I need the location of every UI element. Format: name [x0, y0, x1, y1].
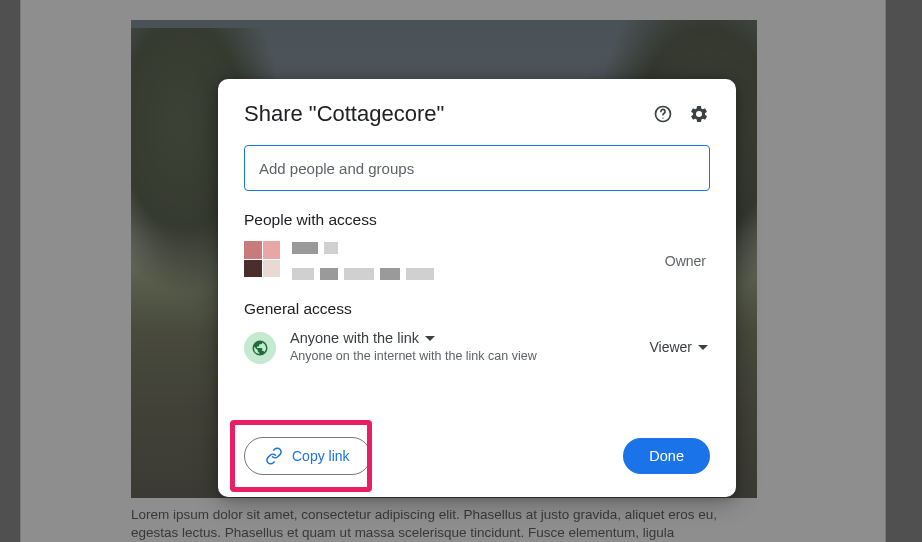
- access-type-label: Anyone with the link: [290, 330, 419, 346]
- owner-row: Owner: [244, 241, 710, 280]
- done-button[interactable]: Done: [623, 438, 710, 474]
- dialog-header: Share "Cottagecore": [244, 101, 710, 127]
- role-dropdown[interactable]: Viewer: [649, 339, 710, 355]
- add-people-input[interactable]: [244, 145, 710, 191]
- access-description: Anyone on the internet with the link can…: [290, 349, 537, 363]
- dialog-footer: Copy link Done: [244, 437, 710, 475]
- chevron-down-icon: [698, 345, 708, 350]
- globe-icon: [244, 332, 276, 364]
- people-with-access-heading: People with access: [244, 211, 710, 229]
- chevron-down-icon: [425, 336, 435, 341]
- general-access-row: Anyone with the link Anyone on the inter…: [244, 330, 710, 364]
- help-icon[interactable]: [652, 103, 674, 125]
- svg-point-1: [662, 118, 663, 119]
- dialog-title: Share "Cottagecore": [244, 101, 444, 127]
- general-access-heading: General access: [244, 300, 710, 318]
- copy-link-button[interactable]: Copy link: [244, 437, 371, 475]
- copy-link-label: Copy link: [292, 448, 350, 464]
- avatar: [244, 241, 280, 277]
- role-label: Viewer: [649, 339, 692, 355]
- link-icon: [265, 447, 283, 465]
- gear-icon[interactable]: [688, 103, 710, 125]
- owner-role-label: Owner: [665, 253, 710, 269]
- access-type-dropdown[interactable]: Anyone with the link: [290, 330, 537, 346]
- share-dialog: Share "Cottagecore" People with access: [218, 79, 736, 497]
- owner-identity-redacted: [292, 241, 434, 280]
